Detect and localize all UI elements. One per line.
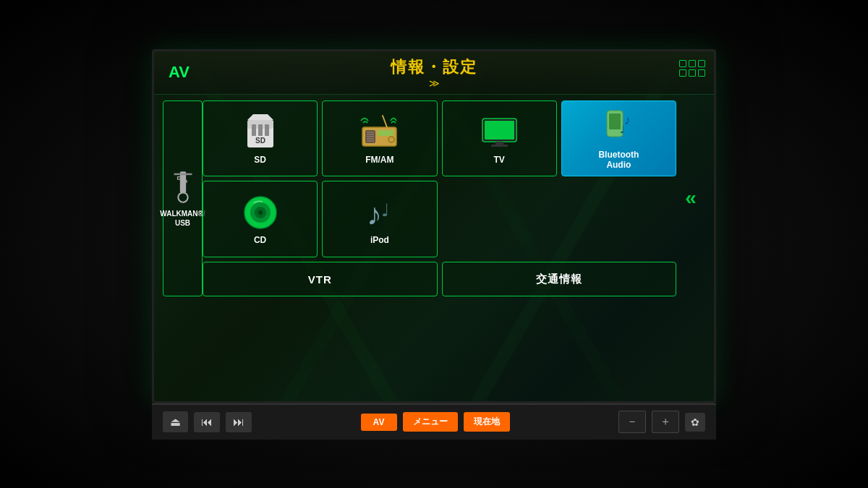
main-content: WALKMAN®/USB	[154, 95, 714, 303]
bottom-row: VTR 交通情報	[203, 262, 676, 296]
svg-text:♪: ♪	[624, 113, 631, 127]
chevron-right-icon: «	[685, 188, 697, 208]
svg-rect-27	[485, 121, 514, 140]
cd-button[interactable]: CD	[203, 181, 318, 257]
next-button[interactable]: ⏭	[226, 412, 252, 432]
sd-label: SD	[254, 155, 266, 165]
grid-cell	[689, 69, 696, 77]
fm-am-icon-area	[359, 112, 399, 152]
minus-button[interactable]: －	[618, 411, 646, 433]
av-label: AV	[169, 63, 190, 82]
header-chevron: ≫	[429, 78, 440, 88]
media-grid: SD SD	[203, 100, 676, 258]
header-title-area: 情報・設定 ≫	[391, 56, 477, 88]
cd-icon-area	[240, 192, 280, 232]
bluetooth-icon: ♪ ♩	[600, 108, 637, 145]
menu-button[interactable]: メニュー	[403, 412, 458, 432]
tv-icon-area	[480, 112, 519, 152]
svg-rect-9	[252, 124, 256, 136]
svg-rect-1	[174, 174, 192, 176]
left-panel: WALKMAN®/USB	[163, 100, 203, 297]
vtr-label: VTR	[308, 273, 332, 286]
bt-icon-area: ♪ ♩	[599, 107, 639, 147]
fm-am-button[interactable]: FM/AM	[322, 100, 437, 177]
eject-button[interactable]: ⏏	[163, 411, 188, 432]
svg-rect-11	[265, 124, 269, 136]
svg-rect-29	[491, 145, 508, 147]
svg-rect-21	[378, 130, 393, 136]
grid-icon[interactable]	[679, 60, 705, 77]
sd-icon-area: SD	[240, 112, 280, 152]
bluetooth-audio-button[interactable]: ♪ ♩ BluetoothAudio	[561, 100, 676, 177]
header: AV 情報・設定 ≫	[154, 51, 714, 95]
svg-marker-8	[247, 114, 273, 120]
settings-button[interactable]: ✿	[685, 413, 705, 432]
fm-am-label: FM/AM	[365, 155, 393, 165]
svg-text:♪: ♪	[367, 197, 382, 231]
cd-label: CD	[254, 235, 266, 245]
svg-rect-10	[258, 124, 263, 136]
ipod-label: iPod	[370, 235, 389, 245]
svg-rect-32	[609, 114, 621, 129]
walkman-usb-button[interactable]: WALKMAN®/USB	[163, 100, 203, 297]
svg-text:♩: ♩	[381, 200, 389, 220]
svg-point-2	[178, 193, 187, 202]
svg-point-39	[258, 210, 263, 215]
plus-button[interactable]: ＋	[652, 411, 679, 433]
grid-cell	[689, 60, 696, 67]
grid-cell	[679, 69, 686, 77]
ipod-button[interactable]: ♪ ♩ iPod	[322, 181, 437, 257]
center-panel: SD SD	[203, 100, 676, 297]
tv-icon	[480, 114, 519, 149]
control-bar: ⏏ ⏮ ⏭ AV メニュー 現在地 － ＋ ✿	[152, 403, 716, 440]
svg-text:♩: ♩	[620, 124, 625, 135]
tv-label: TV	[493, 155, 504, 165]
svg-point-23	[389, 137, 393, 142]
grid-cell	[698, 69, 705, 77]
main-screen: AV 情報・設定 ≫	[152, 49, 716, 403]
ipod-icon-area: ♪ ♩	[359, 192, 399, 232]
current-location-button[interactable]: 現在地	[464, 412, 510, 432]
traffic-button[interactable]: 交通情報	[442, 262, 677, 296]
svg-text:SD: SD	[255, 137, 265, 145]
ipod-icon: ♪ ♩	[361, 194, 399, 231]
cd-icon	[242, 194, 278, 231]
prev-button[interactable]: ⏮	[194, 412, 220, 432]
right-panel: «	[676, 100, 705, 297]
sd-button[interactable]: SD SD	[203, 100, 318, 177]
radio-icon	[359, 114, 399, 149]
grid-cell	[698, 60, 705, 67]
outer-frame: AV 情報・設定 ≫	[0, 0, 868, 488]
tv-button[interactable]: TV	[442, 100, 557, 177]
walkman-usb-label: WALKMAN®/USB	[160, 209, 205, 228]
traffic-label: 交通情報	[536, 273, 582, 286]
grid-cell	[679, 60, 686, 67]
usb-icon	[165, 168, 201, 205]
bluetooth-audio-label: BluetoothAudio	[598, 150, 639, 171]
av-button[interactable]: AV	[361, 414, 397, 431]
svg-line-24	[383, 116, 387, 127]
vtr-button[interactable]: VTR	[203, 262, 438, 296]
header-title: 情報・設定	[391, 56, 477, 78]
svg-rect-28	[495, 142, 503, 145]
sd-icon: SD	[243, 113, 278, 150]
